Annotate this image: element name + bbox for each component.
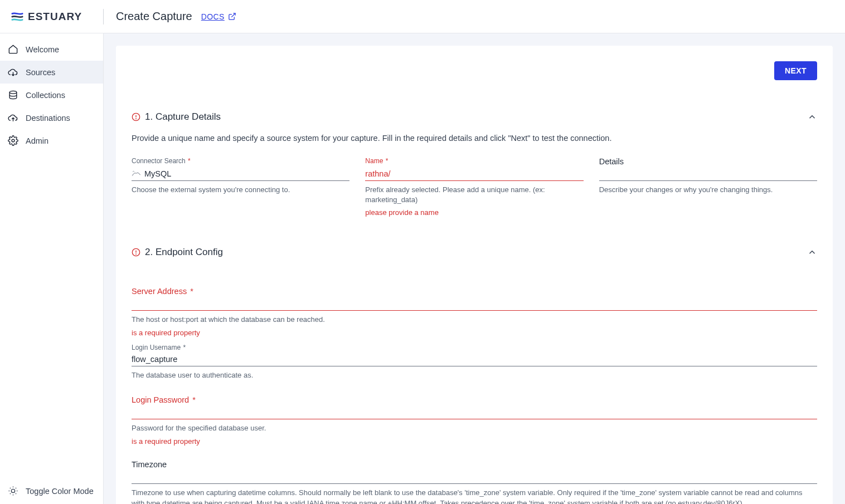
sun-icon	[8, 486, 18, 496]
name-label: Name *	[365, 157, 583, 165]
server-help: The host or host:port at which the datab…	[132, 315, 817, 325]
svg-line-6	[10, 488, 11, 488]
password-input[interactable]	[132, 408, 817, 417]
name-field: Name * Prefix already selected. Please a…	[365, 157, 583, 217]
logo-text: ESTUARY	[28, 11, 82, 23]
login-username-field: Login Username * The database user to au…	[132, 344, 817, 381]
connector-help: Choose the external system you're connec…	[132, 185, 349, 195]
timezone-label: Timezone	[132, 460, 817, 469]
app-header: ESTUARY Create Capture DOCS	[0, 0, 845, 33]
content-card: NEXT 1. Capture Details Provide a unique…	[116, 46, 833, 504]
svg-line-0	[231, 13, 235, 17]
svg-line-7	[16, 493, 16, 494]
docs-link[interactable]: DOCS	[201, 12, 236, 21]
name-help: Prefix already selected. Please add a un…	[365, 185, 583, 205]
section1-header[interactable]: 1. Capture Details	[132, 111, 817, 123]
details-input[interactable]	[599, 169, 817, 178]
details-label: Details	[599, 157, 817, 166]
cloud-out-icon	[8, 112, 18, 123]
section1-desc: Provide a unique name and specify a sour…	[132, 134, 817, 143]
connector-label: Connector Search *	[132, 157, 349, 165]
username-input[interactable]	[132, 355, 817, 364]
sidebar-item-label: Sources	[26, 68, 55, 77]
svg-line-10	[10, 493, 11, 494]
section1-title: 1. Capture Details	[145, 111, 221, 123]
svg-point-1	[9, 91, 17, 94]
server-input[interactable]	[132, 299, 817, 308]
database-icon	[8, 90, 18, 100]
password-error: is a required property	[132, 437, 817, 446]
timezone-field: Timezone Timezone to use when capturing …	[132, 460, 817, 504]
chevron-up-icon[interactable]	[807, 112, 817, 122]
external-link-icon	[228, 12, 236, 21]
next-button[interactable]: NEXT	[774, 61, 817, 80]
details-field: Details Describe your changes or why you…	[599, 157, 817, 217]
error-icon	[132, 248, 140, 257]
main-content: NEXT 1. Capture Details Provide a unique…	[104, 33, 845, 504]
cloud-in-icon	[8, 67, 18, 77]
svg-point-3	[11, 489, 14, 492]
sidebar-item-label: Welcome	[26, 45, 59, 54]
sidebar-item-label: Admin	[26, 136, 48, 145]
mysql-icon	[132, 170, 141, 178]
server-label: Server Address *	[132, 287, 817, 296]
sidebar-item-welcome[interactable]: Welcome	[0, 38, 103, 61]
sidebar-item-label: Collections	[26, 91, 65, 100]
toggle-color-label: Toggle Color Mode	[26, 487, 94, 496]
server-input-wrap[interactable]	[132, 297, 817, 311]
sidebar-item-admin[interactable]: Admin	[0, 129, 103, 152]
sidebar-item-label: Destinations	[26, 114, 70, 123]
server-error: is a required property	[132, 329, 817, 337]
section2-title: 2. Endpoint Config	[145, 247, 223, 258]
username-help: The database user to authenticate as.	[132, 370, 817, 381]
password-input-wrap[interactable]	[132, 406, 817, 419]
svg-point-14	[136, 119, 137, 119]
connector-input-wrap[interactable]	[132, 168, 349, 181]
timezone-input-wrap[interactable]	[132, 471, 817, 484]
header-divider	[103, 9, 104, 25]
username-label: Login Username *	[132, 344, 817, 351]
svg-point-2	[12, 139, 14, 142]
logo-icon	[11, 11, 23, 23]
svg-line-11	[16, 488, 16, 488]
server-address-field: Server Address * The host or host:port a…	[132, 287, 817, 337]
svg-point-17	[136, 254, 137, 255]
chevron-up-icon[interactable]	[807, 247, 817, 257]
username-input-wrap[interactable]	[132, 353, 817, 366]
sidebar-item-collections[interactable]: Collections	[0, 84, 103, 106]
name-input-wrap[interactable]	[365, 168, 583, 181]
timezone-help: Timezone to use when capturing datetime …	[132, 488, 817, 504]
home-icon	[8, 44, 18, 55]
details-input-wrap[interactable]	[599, 168, 817, 181]
sidebar-item-destinations[interactable]: Destinations	[0, 106, 103, 129]
connector-search-field: Connector Search * Choose the external s…	[132, 157, 349, 217]
page-title: Create Capture	[116, 10, 192, 23]
docs-link-label: DOCS	[201, 12, 225, 21]
name-error: please provide a name	[365, 208, 583, 217]
section2-header[interactable]: 2. Endpoint Config	[132, 247, 817, 258]
password-label: Login Password *	[132, 395, 817, 404]
toggle-color-mode[interactable]: Toggle Color Mode	[0, 478, 103, 504]
name-input[interactable]	[365, 169, 583, 178]
timezone-input[interactable]	[132, 472, 817, 481]
logo[interactable]: ESTUARY	[11, 11, 103, 23]
details-help: Describe your changes or why you're chan…	[599, 185, 817, 195]
connector-input[interactable]	[144, 169, 349, 178]
password-help: Password for the specified database user…	[132, 423, 817, 434]
gear-icon	[8, 135, 18, 146]
sidebar: Welcome Sources Collections Destinations…	[0, 33, 104, 504]
sidebar-item-sources[interactable]: Sources	[0, 61, 103, 84]
error-icon	[132, 112, 140, 121]
login-password-field: Login Password * Password for the specif…	[132, 395, 817, 446]
